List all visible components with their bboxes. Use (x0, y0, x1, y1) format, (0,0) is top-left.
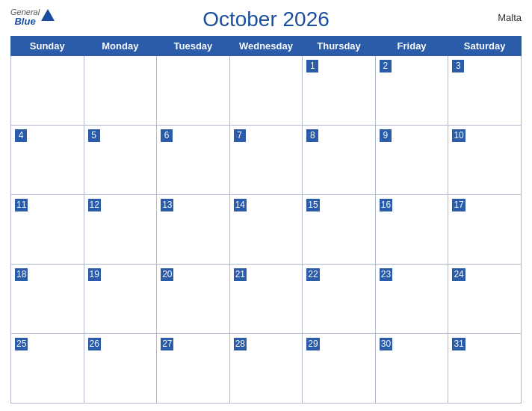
calendar-cell-2-0: 11 (11, 195, 84, 265)
calendar-cell-0-2 (157, 56, 230, 126)
calendar-cell-4-4: 29 (303, 334, 376, 404)
calendar-week-4: 18192021222324 (11, 265, 522, 334)
calendar-week-3: 11121314151617 (11, 195, 522, 265)
day-number-2: 2 (380, 60, 392, 72)
calendar-cell-4-0: 25 (11, 334, 84, 404)
day-number-12: 12 (88, 199, 101, 211)
calendar-week-2: 45678910 (11, 126, 522, 195)
calendar-country: Malta (498, 12, 522, 23)
calendar-cell-4-2: 27 (157, 334, 230, 404)
calendar-cell-0-6: 3 (448, 56, 522, 126)
day-number-30: 30 (380, 338, 392, 350)
day-number-24: 24 (452, 268, 465, 281)
calendar-cell-0-3 (229, 56, 303, 126)
calendar-cell-2-1: 12 (84, 195, 157, 265)
calendar-cell-4-3: 28 (229, 334, 303, 404)
calendar-cell-4-1: 26 (84, 334, 157, 404)
header-thursday: Thursday (303, 37, 376, 56)
day-number-16: 16 (380, 199, 392, 211)
day-number-3: 3 (452, 60, 464, 72)
day-number-1: 1 (306, 60, 318, 72)
calendar-cell-4-6: 31 (448, 334, 522, 404)
day-number-13: 13 (161, 199, 173, 211)
day-number-19: 19 (88, 268, 101, 281)
day-number-10: 10 (452, 129, 465, 142)
day-number-18: 18 (15, 268, 28, 281)
day-number-8: 8 (306, 129, 318, 142)
day-number-26: 26 (88, 338, 101, 350)
calendar-cell-3-2: 20 (157, 265, 230, 334)
header-wednesday: Wednesday (229, 37, 303, 56)
logo-blue-text: Blue (14, 16, 35, 27)
calendar-cell-0-4: 1 (303, 56, 376, 126)
day-number-6: 6 (161, 129, 173, 142)
calendar-container: General Blue October 2026 Malta Sunday M… (0, 0, 532, 411)
header-tuesday: Tuesday (157, 37, 230, 56)
day-number-14: 14 (234, 199, 247, 211)
calendar-cell-3-1: 19 (84, 265, 157, 334)
day-number-21: 21 (234, 268, 247, 281)
calendar-cell-4-5: 30 (375, 334, 448, 404)
calendar-week-1: 123 (11, 56, 522, 126)
calendar-cell-1-1: 5 (84, 126, 157, 195)
header-sunday: Sunday (11, 37, 84, 56)
day-number-4: 4 (15, 129, 27, 142)
day-number-31: 31 (452, 338, 465, 350)
calendar-cell-2-3: 14 (229, 195, 303, 265)
calendar-cell-1-5: 9 (375, 126, 448, 195)
calendar-cell-0-1 (84, 56, 157, 126)
day-number-22: 22 (306, 268, 319, 281)
day-number-23: 23 (380, 268, 392, 281)
day-number-5: 5 (88, 129, 100, 142)
calendar-cell-1-3: 7 (229, 126, 303, 195)
calendar-cell-1-0: 4 (11, 126, 84, 195)
day-number-7: 7 (234, 129, 246, 142)
day-number-20: 20 (161, 268, 173, 281)
calendar-cell-1-6: 10 (448, 126, 522, 195)
calendar-week-5: 25262728293031 (11, 334, 522, 404)
calendar-title: October 2026 (202, 7, 330, 31)
calendar-cell-2-6: 17 (448, 195, 522, 265)
logo-triangle-icon (41, 9, 55, 21)
calendar-cell-3-6: 24 (448, 265, 522, 334)
day-number-15: 15 (306, 199, 319, 211)
calendar-cell-2-4: 15 (303, 195, 376, 265)
logo: General Blue (10, 7, 55, 27)
header-saturday: Saturday (448, 37, 522, 56)
calendar-cell-1-2: 6 (157, 126, 230, 195)
calendar-body: 1234567891011121314151617181920212223242… (11, 56, 522, 404)
calendar-cell-2-5: 16 (375, 195, 448, 265)
day-number-17: 17 (452, 199, 465, 211)
calendar-cell-3-0: 18 (11, 265, 84, 334)
calendar-cell-3-3: 21 (229, 265, 303, 334)
day-number-9: 9 (380, 129, 392, 142)
calendar-cell-3-4: 22 (303, 265, 376, 334)
calendar-cell-2-2: 13 (157, 195, 230, 265)
header-monday: Monday (84, 37, 157, 56)
day-number-29: 29 (306, 338, 319, 350)
weekday-header-row: Sunday Monday Tuesday Wednesday Thursday… (11, 37, 522, 56)
header-friday: Friday (375, 37, 448, 56)
day-number-27: 27 (161, 338, 173, 350)
calendar-cell-3-5: 23 (375, 265, 448, 334)
calendar-cell-0-0 (11, 56, 84, 126)
calendar-cell-0-5: 2 (375, 56, 448, 126)
calendar-table: Sunday Monday Tuesday Wednesday Thursday… (10, 36, 522, 404)
calendar-header: General Blue October 2026 Malta (10, 7, 522, 31)
day-number-28: 28 (234, 338, 247, 350)
day-number-25: 25 (15, 338, 28, 350)
day-number-11: 11 (15, 199, 28, 211)
calendar-cell-1-4: 8 (303, 126, 376, 195)
